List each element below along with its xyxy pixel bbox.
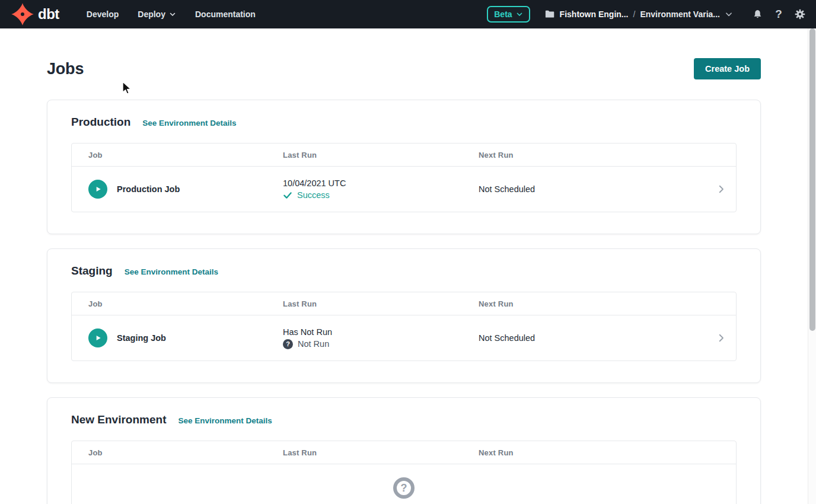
last-run-date: Has Not Run [283,327,479,337]
environment-name: Staging [71,264,113,277]
next-run-value: Not Scheduled [479,333,703,343]
navbar-icon-group: ? [751,8,807,21]
question-circle-icon: ? [393,477,415,499]
open-job-chevron[interactable] [703,333,726,343]
environment-card-production: Production See Environment Details Job L… [47,100,761,234]
next-run-value: Not Scheduled [479,184,703,194]
jobs-table: Job Last Run Next Run Production Job 10/… [71,143,737,212]
chevron-right-icon [716,333,726,343]
environment-card-new-environment: New Environment See Environment Details … [47,397,761,504]
chevron-down-icon [516,11,523,18]
column-header-job: Job [88,299,283,308]
top-navbar: dbt Develop Deploy Documentation Beta Fi… [0,0,816,28]
chevron-down-icon [169,11,176,18]
column-header-last-run: Last Run [283,151,479,160]
last-run-status: Success [283,190,479,200]
table-header-row: Job Last Run Next Run [72,292,736,315]
question-circle-icon: ? [283,339,293,349]
run-job-play-button[interactable] [88,180,107,199]
nav-item-label: Documentation [195,9,256,19]
breadcrumb-page[interactable]: Environment Varia... [640,9,720,19]
navbar-right: Beta Fishtown Engin... / Environment Var… [487,6,807,23]
dbt-logo-icon [11,2,34,26]
page-header: Jobs Create Job [47,58,761,79]
breadcrumb-separator: / [633,9,636,19]
nav-item-label: Deploy [138,9,165,19]
environment-name: Production [71,116,130,129]
environment-header: Staging See Environment Details [71,264,737,277]
nav-item-label: Develop [87,9,119,19]
check-icon [283,190,292,200]
status-label: Not Run [298,339,329,349]
see-environment-details-link[interactable]: See Environment Details [178,416,272,425]
main-content: Jobs Create Job Production See Environme… [0,58,816,504]
table-header-row: Job Last Run Next Run [72,441,736,464]
scrollbar-track[interactable] [808,28,816,504]
play-icon [94,185,102,193]
column-header-next-run: Next Run [479,448,703,457]
breadcrumb-account[interactable]: Fishtown Engin... [560,9,629,19]
column-header-next-run: Next Run [479,151,703,160]
run-job-play-button[interactable] [88,328,107,347]
page-title: Jobs [47,60,84,78]
beta-dropdown[interactable]: Beta [487,6,530,23]
environment-name: New Environment [71,413,166,426]
create-job-button[interactable]: Create Job [694,58,761,79]
beta-label: Beta [494,9,512,19]
status-label: Success [297,190,330,200]
column-header-job: Job [88,151,283,160]
column-header-last-run: Last Run [283,448,479,457]
jobs-table: Job Last Run Next Run Staging Job Has No… [71,292,737,361]
see-environment-details-link[interactable]: See Environment Details [125,267,218,276]
table-header-row: Job Last Run Next Run [72,143,736,167]
last-run-date: 10/04/2021 UTC [283,178,479,188]
jobs-table: Job Last Run Next Run ? [71,441,737,504]
table-row-production-job[interactable]: Production Job 10/04/2021 UTC Success No… [72,167,736,212]
column-header-last-run: Last Run [283,299,479,308]
scrollbar-thumb[interactable] [809,28,815,331]
environment-header: Production See Environment Details [71,116,737,129]
chevron-down-icon [725,10,733,18]
nav-menu: Develop Deploy Documentation [77,1,265,27]
brand-text: dbt [38,6,59,23]
last-run-status: ? Not Run [283,339,479,349]
gear-icon[interactable] [793,8,807,21]
environment-card-staging: Staging See Environment Details Job Last… [47,248,761,383]
job-name[interactable]: Production Job [117,184,180,194]
nav-item-deploy[interactable]: Deploy [128,1,186,27]
breadcrumb[interactable]: Fishtown Engin... / Environment Varia... [544,9,733,20]
dbt-logo[interactable]: dbt [11,2,59,26]
chevron-right-icon [716,184,726,194]
see-environment-details-link[interactable]: See Environment Details [142,119,236,127]
nav-item-documentation[interactable]: Documentation [186,1,265,27]
column-header-next-run: Next Run [479,299,703,308]
open-job-chevron[interactable] [703,184,726,194]
bell-icon[interactable] [751,8,764,21]
empty-state: ? [72,464,736,504]
environment-header: New Environment See Environment Details [71,413,737,426]
help-icon[interactable]: ? [772,8,785,21]
table-row-staging-job[interactable]: Staging Job Has Not Run ? Not Run Not Sc… [72,315,736,361]
nav-item-develop[interactable]: Develop [77,1,128,27]
folder-icon [544,9,555,20]
play-icon [94,334,102,342]
job-name[interactable]: Staging Job [117,333,166,343]
column-header-job: Job [88,448,283,457]
